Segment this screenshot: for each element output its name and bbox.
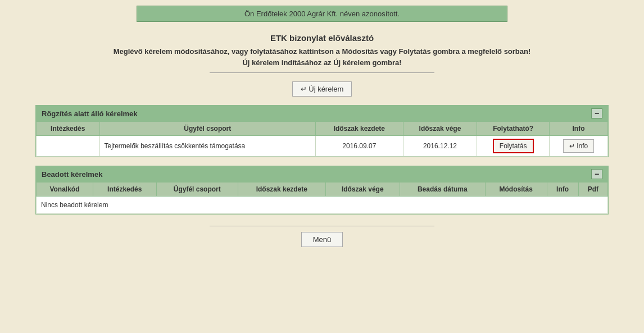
top-info-bar: Ön Erdőtelek 2000 Agrár Kft. néven azono… <box>137 6 507 22</box>
col-pdf: Pdf <box>578 183 607 197</box>
cell-info: Info <box>550 136 608 157</box>
no-data-row: Nincs beadott kérelem <box>37 197 608 214</box>
col-intezkedesek: Intézkedés <box>37 122 100 136</box>
cell-idoszak-kezdete: 2016.09.07 <box>316 136 403 157</box>
subtitle-2: Új kérelem indításához az Új kérelem gom… <box>35 58 609 67</box>
beadott-section: Beadott kérelmek − Vonalkód Intézkedés Ü… <box>35 166 609 215</box>
col-idoszak-vege-b: Időszak vége <box>325 183 400 197</box>
col-beadas-datuma: Beadás dátuma <box>400 183 485 197</box>
beadott-table-head: Vonalkód Intézkedés Ügyfél csoport Idősz… <box>37 183 608 197</box>
table-row: Tejtermelők beszállítás csökkentés támog… <box>37 136 608 157</box>
bottom-section: Menü <box>35 226 609 247</box>
cell-ugyfel-csoport: Tejtermelők beszállítás csökkentés támog… <box>99 136 316 157</box>
cell-idoszak-vege: 2016.12.12 <box>403 136 477 157</box>
col-info-b: Info <box>547 183 578 197</box>
rogzites-section: Rögzítés alatt álló kérelmek − Intézkedé… <box>35 105 609 157</box>
rogzites-table-head: Intézkedés Ügyfél csoport Időszak kezdet… <box>37 122 608 136</box>
col-info: Info <box>550 122 608 136</box>
rogzites-header: Rögzítés alatt álló kérelmek − <box>36 106 608 121</box>
beadott-title: Beadott kérelmek <box>42 170 102 179</box>
col-modositas: Módosítás <box>485 183 547 197</box>
col-vonalkod: Vonalkód <box>37 183 93 197</box>
col-idoszak-kezdete-b: Időszak kezdete <box>238 183 325 197</box>
subtitle-1: Meglévő kérelem módosításához, vagy foly… <box>35 47 609 56</box>
title-divider <box>210 72 434 73</box>
rogzites-table-body: Tejtermelők beszállítás csökkentés támog… <box>37 136 608 157</box>
folyatatas-button[interactable]: Folytatás <box>493 139 534 153</box>
rogzites-title: Rögzítés alatt álló kérelmek <box>42 110 138 118</box>
col-ugyfel-csoport-b: Ügyfél csoport <box>156 183 238 197</box>
rogzites-info-button[interactable]: Info <box>563 139 594 153</box>
cell-folytathat: Folytatás <box>477 136 550 157</box>
rogzites-table: Intézkedés Ügyfél csoport Időszak kezdet… <box>36 121 608 157</box>
title-section: ETK bizonylat előválasztó Meglévő kérele… <box>35 33 609 73</box>
beadott-header-row: Vonalkód Intézkedés Ügyfél csoport Idősz… <box>37 183 608 197</box>
main-title: ETK bizonylat előválasztó <box>35 33 609 43</box>
beadott-table-body: Nincs beadott kérelem <box>37 197 608 214</box>
beadott-table: Vonalkód Intézkedés Ügyfél csoport Idősz… <box>36 182 608 214</box>
main-content: ETK bizonylat előválasztó Meglévő kérele… <box>24 28 620 253</box>
no-data-text: Nincs beadott kérelem <box>37 197 608 214</box>
bottom-divider <box>210 226 434 226</box>
col-idoszak-kezdete: Időszak kezdete <box>316 122 403 136</box>
cell-intezkedesek <box>37 136 100 157</box>
col-intezkedesek-b: Intézkedés <box>93 183 156 197</box>
top-info-text: Ön Erdőtelek 2000 Agrár Kft. néven azono… <box>244 10 400 18</box>
new-request-container: Új kérelem <box>35 81 609 97</box>
beadott-collapse-button[interactable]: − <box>591 169 602 179</box>
col-folytathat: Folytatható? <box>477 122 550 136</box>
beadott-header: Beadott kérelmek − <box>36 166 608 182</box>
col-idoszak-vege: Időszak vége <box>403 122 477 136</box>
new-request-button[interactable]: Új kérelem <box>292 81 352 97</box>
menu-button[interactable]: Menü <box>301 232 343 247</box>
rogzites-collapse-button[interactable]: − <box>591 108 602 118</box>
col-ugyfel-csoport: Ügyfél csoport <box>99 122 316 136</box>
rogzites-header-row: Intézkedés Ügyfél csoport Időszak kezdet… <box>37 122 608 136</box>
